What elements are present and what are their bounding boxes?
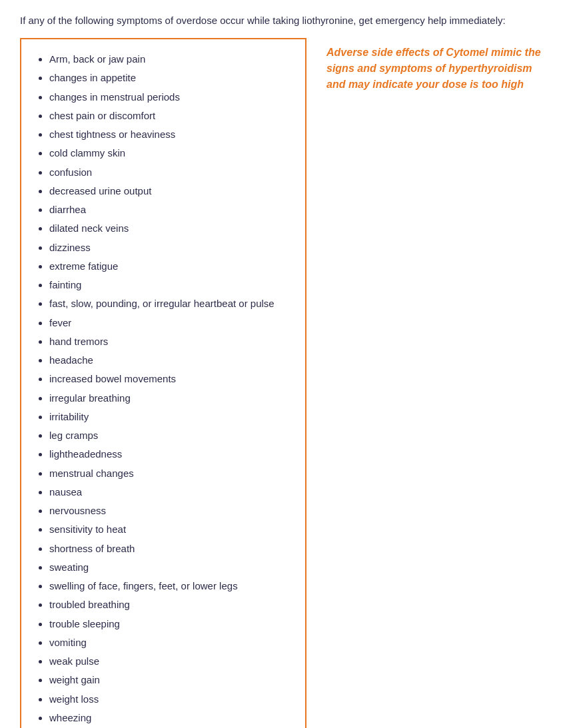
list-item: menstrual changes xyxy=(49,464,292,483)
side-note-box: Adverse side effects of Cytomel mimic th… xyxy=(320,38,541,93)
list-item: chest pain or discomfort xyxy=(49,107,292,125)
list-item: lightheadedness xyxy=(49,445,292,464)
list-item: hand tremors xyxy=(49,332,292,351)
list-item: weight gain xyxy=(49,671,292,689)
list-item: vomiting xyxy=(49,633,292,652)
symptoms-list: Arm, back or jaw painchanges in appetite… xyxy=(35,50,292,727)
list-item: swelling of face, fingers, feet, or lowe… xyxy=(49,577,292,595)
symptoms-list-box: Arm, back or jaw painchanges in appetite… xyxy=(20,38,306,728)
list-item: confusion xyxy=(49,163,292,182)
list-item: increased bowel movements xyxy=(49,370,292,388)
list-item: trouble sleeping xyxy=(49,615,292,633)
list-item: fainting xyxy=(49,276,292,294)
list-item: changes in appetite xyxy=(49,69,292,87)
main-layout: Arm, back or jaw painchanges in appetite… xyxy=(20,38,541,728)
intro-paragraph: If any of the following symptoms of over… xyxy=(20,13,541,27)
list-item: Arm, back or jaw pain xyxy=(49,50,292,69)
list-item: chest tightness or heaviness xyxy=(49,125,292,144)
list-item: shortness of breath xyxy=(49,540,292,558)
list-item: sweating xyxy=(49,558,292,577)
list-item: dilated neck veins xyxy=(49,219,292,238)
side-note-text: Adverse side effects of Cytomel mimic th… xyxy=(326,45,541,93)
list-item: leg cramps xyxy=(49,426,292,445)
list-item: extreme fatigue xyxy=(49,257,292,276)
list-item: troubled breathing xyxy=(49,595,292,614)
list-item: headache xyxy=(49,351,292,370)
list-item: irregular breathing xyxy=(49,389,292,408)
list-item: fast, slow, pounding, or irregular heart… xyxy=(49,294,292,313)
list-item: changes in menstrual periods xyxy=(49,88,292,107)
list-item: decreased urine output xyxy=(49,182,292,200)
list-item: nervousness xyxy=(49,502,292,520)
list-item: sensitivity to heat xyxy=(49,520,292,539)
list-item: fever xyxy=(49,314,292,332)
list-item: irritability xyxy=(49,408,292,426)
list-item: wheezing xyxy=(49,709,292,727)
list-item: dizziness xyxy=(49,238,292,257)
list-item: cold clammy skin xyxy=(49,144,292,163)
list-item: weak pulse xyxy=(49,652,292,671)
list-item: diarrhea xyxy=(49,200,292,219)
list-item: nausea xyxy=(49,483,292,502)
list-item: weight loss xyxy=(49,690,292,709)
